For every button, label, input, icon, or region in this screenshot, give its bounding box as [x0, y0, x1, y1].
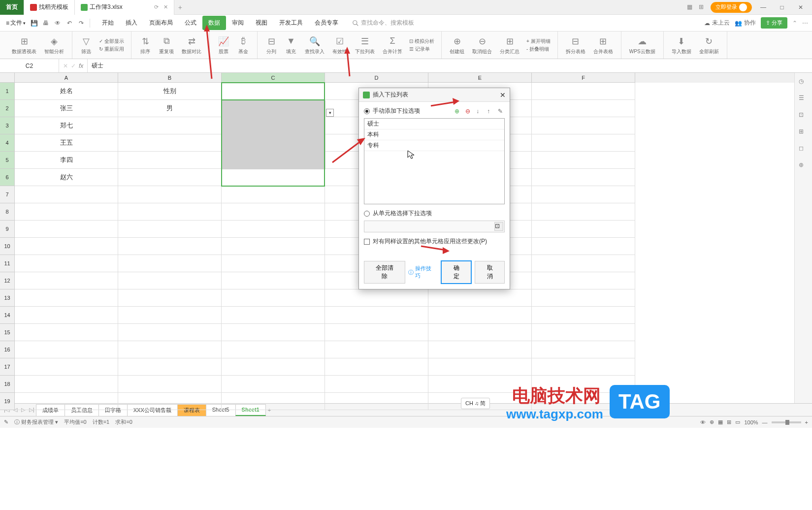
- range-input[interactable]: ⊡: [364, 221, 505, 232]
- cell[interactable]: 赵六: [15, 169, 118, 186]
- cell[interactable]: [222, 272, 325, 289]
- view-icon-1[interactable]: 👁: [700, 419, 706, 425]
- col-header-B[interactable]: B: [118, 73, 222, 83]
- cell[interactable]: [222, 324, 325, 341]
- cell[interactable]: [15, 393, 118, 410]
- cell[interactable]: [118, 134, 222, 152]
- duplicates-button[interactable]: ⧉重复项: [155, 33, 178, 57]
- cell[interactable]: [532, 221, 635, 238]
- cell[interactable]: [532, 255, 635, 272]
- print-icon[interactable]: 🖶: [41, 19, 50, 28]
- side-icon-4[interactable]: ⊞: [799, 128, 809, 138]
- cell[interactable]: [15, 221, 118, 238]
- menu-tab-review[interactable]: 审阅: [226, 16, 250, 30]
- cell[interactable]: [428, 307, 532, 324]
- move-up-icon[interactable]: ↑: [487, 108, 494, 115]
- menu-tab-start[interactable]: 开始: [96, 16, 120, 30]
- cell[interactable]: [222, 393, 325, 410]
- menu-tab-data[interactable]: 数据: [202, 16, 226, 30]
- login-button[interactable]: 立即登录: [711, 2, 752, 13]
- row-header-16[interactable]: 16: [0, 341, 15, 358]
- group-button[interactable]: ⊕创建组: [446, 33, 468, 57]
- cell[interactable]: [532, 169, 635, 186]
- row-header-7[interactable]: 7: [0, 186, 15, 203]
- row-header-3[interactable]: 3: [0, 117, 15, 134]
- zoom-slider[interactable]: [772, 421, 801, 423]
- status-icon[interactable]: ✎: [4, 419, 8, 425]
- cell[interactable]: [118, 117, 222, 134]
- select-all-corner[interactable]: [0, 73, 15, 83]
- row-header-11[interactable]: 11: [0, 255, 15, 272]
- row-header-5[interactable]: 5: [0, 152, 15, 169]
- list-item[interactable]: 本科: [364, 129, 504, 140]
- side-icon-3[interactable]: ⊡: [799, 111, 809, 121]
- reapply-button[interactable]: ↻重新应用: [99, 46, 124, 53]
- cell[interactable]: [222, 203, 325, 221]
- cell[interactable]: [222, 169, 325, 186]
- cell[interactable]: [532, 134, 635, 152]
- col-header-F[interactable]: F: [532, 73, 635, 83]
- move-down-icon[interactable]: ↓: [476, 108, 483, 115]
- row-header-19[interactable]: 19: [0, 393, 15, 410]
- col-header-C[interactable]: C: [222, 73, 325, 83]
- apply-others-row[interactable]: 对有同样设置的其他单元格应用这些更改(P): [364, 237, 505, 246]
- dropdown-list-button[interactable]: ☰下拉列表: [351, 33, 379, 57]
- options-list[interactable]: 硕士 本科 专科: [364, 118, 505, 204]
- col-header-E[interactable]: E: [428, 73, 532, 83]
- redo-icon[interactable]: ↷: [77, 19, 86, 28]
- fund-button[interactable]: ₿基金: [233, 33, 253, 57]
- undo-icon[interactable]: ↶: [65, 19, 74, 28]
- ok-button[interactable]: 确定: [441, 260, 472, 284]
- compare-button[interactable]: ⇄数据对比: [178, 33, 205, 57]
- import-data-button[interactable]: ⬇导入数据: [668, 33, 695, 57]
- manual-radio[interactable]: [364, 108, 370, 114]
- cell[interactable]: [428, 358, 532, 376]
- view-icon-4[interactable]: ⊞: [727, 419, 731, 425]
- fx-confirm-icon[interactable]: ✓: [71, 63, 76, 69]
- status-report[interactable]: ⓘ 财务报表管理 ▾: [14, 418, 58, 426]
- cell[interactable]: [222, 341, 325, 358]
- cell[interactable]: [222, 255, 325, 272]
- cloud-status[interactable]: ☁ 未上云: [704, 19, 730, 27]
- cell[interactable]: [118, 307, 222, 324]
- file-menu[interactable]: ≡ 文件 ▾: [4, 19, 28, 27]
- cell[interactable]: [15, 289, 118, 307]
- cell[interactable]: [325, 393, 428, 410]
- cell[interactable]: [532, 324, 635, 341]
- wps-cloud-button[interactable]: ☁WPS云数据: [625, 33, 659, 57]
- cell[interactable]: [222, 152, 325, 169]
- tab-close-icon[interactable]: ✕: [163, 4, 168, 10]
- list-item[interactable]: 硕士: [364, 119, 504, 129]
- coop-status[interactable]: 👥 协作: [735, 19, 756, 27]
- cell[interactable]: [532, 358, 635, 376]
- cell[interactable]: [222, 289, 325, 307]
- cell[interactable]: [532, 117, 635, 134]
- col-header-A[interactable]: A: [15, 73, 118, 83]
- row-header-2[interactable]: 2: [0, 100, 15, 117]
- cell[interactable]: 姓名: [15, 83, 118, 100]
- row-header-10[interactable]: 10: [0, 238, 15, 255]
- cell[interactable]: [15, 307, 118, 324]
- cell[interactable]: [118, 324, 222, 341]
- row-header-6[interactable]: 6: [0, 169, 15, 186]
- cell[interactable]: [325, 341, 428, 358]
- range-radio[interactable]: [364, 211, 370, 217]
- cell[interactable]: [222, 307, 325, 324]
- menu-tab-view[interactable]: 视图: [250, 16, 273, 30]
- remove-item-icon[interactable]: ⊖: [465, 108, 472, 115]
- more-icon[interactable]: ⋯: [802, 20, 808, 27]
- add-tab-button[interactable]: +: [174, 3, 186, 11]
- cell[interactable]: [428, 324, 532, 341]
- manual-option-row[interactable]: 手动添加下拉选项 ⊕ ⊖ ↓ ↑ ✎: [364, 107, 505, 115]
- show-all-button[interactable]: ✓全部显示: [99, 38, 124, 45]
- text-to-columns-button[interactable]: ⊟分列: [261, 33, 281, 57]
- cell[interactable]: [222, 186, 325, 203]
- cell[interactable]: [118, 358, 222, 376]
- cell[interactable]: 硕士: [222, 100, 325, 117]
- menu-tab-dev[interactable]: 开发工具: [273, 16, 309, 30]
- cell[interactable]: [118, 255, 222, 272]
- clear-all-button[interactable]: 全部清除: [364, 261, 405, 284]
- record-form-button[interactable]: ☰记录单: [409, 46, 434, 53]
- validity-button[interactable]: ☑有效性: [328, 33, 351, 57]
- grid-icon[interactable]: ▦: [687, 3, 695, 11]
